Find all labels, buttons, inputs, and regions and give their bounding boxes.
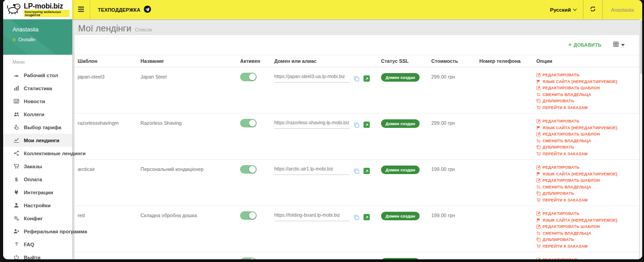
option-duplicate-link[interactable]: ДУБЛИРОВАТЬ (536, 237, 639, 242)
landings-icon (13, 137, 20, 143)
tariff-icon (13, 124, 20, 130)
sidebar-item-colleagues[interactable]: Коллеги (3, 108, 72, 121)
sidebar-item-share[interactable]: Коллективные лендинги (3, 147, 72, 160)
active-toggle[interactable] (240, 258, 257, 259)
option-flag-link[interactable]: ЯЗЫК САЙТА (НЕРЕДАКТИРУЕМОЕ) (536, 126, 639, 130)
option-cart-link[interactable]: ПЕРЕЙТИ К ЗАКАЗАМ (536, 105, 639, 110)
option-edit-link[interactable]: РЕДАКТИРОВАТЬ ШАБЛОН (536, 132, 639, 136)
option-edit-link[interactable]: РЕДАКТИРОВАТЬ (536, 119, 639, 123)
option-label: РЕДАКТИРОВАТЬ ШАБЛОН (543, 132, 600, 136)
edit-icon (536, 258, 541, 259)
topbar-username[interactable]: Anastasiia (603, 0, 642, 19)
cart-icon (13, 163, 20, 169)
sidebar-item-dashboard[interactable]: Рабочий стол (3, 69, 72, 82)
share-icon (13, 150, 20, 156)
sidebar-item-plug[interactable]: Интеграции (3, 186, 72, 199)
option-duplicate-link[interactable]: ДУБЛИРОВАТЬ (536, 99, 639, 103)
user-status: Онлайн (18, 37, 35, 42)
copy-icon[interactable] (354, 214, 359, 222)
options-cell: РЕДАКТИРОВАТЬЯЗЫК САЙТА (НЕРЕДАКТИРУЕМОЕ… (533, 160, 639, 202)
add-button[interactable]: + ДОБАВИТЬ (568, 42, 601, 48)
external-link-icon[interactable] (364, 168, 370, 174)
option-transfer-link[interactable]: СМЕНИТЬ ВЛАДЕЛЬЦА (536, 92, 639, 97)
sidebar-item-dollar[interactable]: $Оплата (3, 173, 72, 186)
copy-icon[interactable] (354, 168, 359, 176)
domain-input[interactable] (274, 71, 350, 83)
sidebar-item-gears[interactable]: Конфиг (3, 212, 72, 225)
option-cart-link[interactable]: ПЕРЕЙТИ К ЗАКАЗАМ (536, 198, 639, 202)
sidebar-item-user-plus[interactable]: Реферальная программа (3, 225, 72, 238)
template-cell: japan-steel3 (74, 67, 137, 79)
option-edit-link[interactable]: РЕДАКТИРОВАТЬ (536, 211, 639, 216)
add-button-label: ДОБАВИТЬ (574, 42, 601, 48)
edit-icon (536, 132, 541, 136)
domain-input[interactable] (274, 256, 350, 259)
option-edit-link[interactable]: РЕДАКТИРОВАТЬ ШАБЛОН (536, 178, 639, 183)
scrollbar[interactable] (640, 19, 642, 259)
page-subtitle: Список (135, 27, 152, 32)
external-link-icon[interactable] (364, 214, 370, 220)
sidebar-item-power[interactable]: Выйти (3, 251, 72, 259)
refresh-button[interactable] (583, 0, 603, 19)
landing-list-card: + ДОБАВИТЬ ШаблонНазваниеАктивенДомен ил… (74, 35, 639, 259)
view-options-button[interactable] (613, 41, 625, 49)
language-selector[interactable]: Русский (543, 0, 583, 19)
column-header: Название (137, 55, 237, 67)
hamburger-button[interactable] (72, 0, 90, 19)
active-toggle[interactable] (240, 211, 257, 220)
sidebar-item-tariff[interactable]: Выбор тарифа (3, 121, 72, 134)
sidebar-item-user[interactable]: Настройки (3, 199, 72, 212)
option-transfer-link[interactable]: СМЕНИТЬ ВЛАДЕЛЬЦА (536, 185, 639, 189)
language-label: Русский (550, 7, 571, 13)
option-transfer-link[interactable]: СМЕНИТЬ ВЛАДЕЛЬЦА (536, 139, 639, 143)
support-button[interactable]: ТЕХПОДДЕРЖКА (90, 0, 159, 19)
logo[interactable]: LP-mobi.biz Конструктор мобильных лендин… (3, 0, 72, 19)
svg-text:$: $ (15, 177, 18, 182)
ssl-status-badge: Домен создан (381, 166, 420, 174)
external-link-icon[interactable] (364, 122, 370, 128)
user-name: Anastasiia (13, 26, 72, 33)
price-cell: 499.00 грн (428, 252, 476, 259)
sidebar-item-stats[interactable]: Статистика (3, 82, 72, 95)
sidebar: LP-mobi.biz Конструктор мобильных лендин… (3, 0, 72, 259)
news-icon (13, 98, 20, 104)
scrollbar-thumb[interactable] (640, 20, 642, 74)
option-edit-link[interactable]: РЕДАКТИРОВАТЬ ШАБЛОН (536, 224, 639, 229)
copy-icon[interactable] (354, 122, 359, 130)
column-header: Номер телефона (476, 55, 533, 67)
option-duplicate-link[interactable]: ДУБЛИРОВАТЬ (536, 191, 639, 196)
sidebar-item-label: Заказы (24, 164, 42, 169)
active-toggle[interactable] (240, 119, 257, 127)
option-duplicate-link[interactable]: ДУБЛИРОВАТЬ (536, 145, 639, 149)
active-toggle[interactable] (240, 73, 257, 81)
option-label: РЕДАКТИРОВАТЬ ШАБЛОН (543, 178, 600, 183)
copy-icon[interactable] (354, 75, 359, 83)
option-flag-link[interactable]: ЯЗЫК САЙТА (НЕРЕДАКТИРУЕМОЕ) (536, 172, 639, 176)
transfer-icon (536, 92, 541, 97)
option-edit-link[interactable]: РЕДАКТИРОВАТЬ ШАБЛОН (536, 86, 639, 90)
active-toggle[interactable] (240, 165, 257, 174)
option-cart-link[interactable]: ПЕРЕЙТИ К ЗАКАЗАМ (536, 152, 639, 156)
option-edit-link[interactable]: РЕДАКТИРОВАТЬ (536, 165, 639, 170)
table-row: arcticair Персональний кондиціонер Домен… (74, 160, 639, 206)
domain-input[interactable] (274, 164, 350, 175)
option-label: РЕДАКТИРОВАТЬ (543, 211, 579, 216)
option-flag-link[interactable]: ЯЗЫК САЙТА (НЕРЕДАКТИРУЕМОЕ) (536, 218, 639, 223)
sidebar-item-question[interactable]: ?FAQ (3, 238, 72, 251)
option-transfer-link[interactable]: СМЕНИТЬ ВЛАДЕЛЬЦА (536, 231, 639, 236)
template-cell: red (74, 206, 137, 218)
sidebar-item-news[interactable]: Новости (3, 95, 72, 108)
option-edit-link[interactable]: РЕДАКТИРОВАТЬ (536, 258, 639, 259)
option-edit-link[interactable]: РЕДАКТИРОВАТЬ (536, 73, 639, 77)
edit-icon (536, 224, 541, 229)
external-link-icon[interactable] (364, 75, 370, 82)
option-flag-link[interactable]: ЯЗЫК САЙТА (НЕРЕДАКТИРУЕМОЕ) (536, 79, 639, 84)
sidebar-item-cart[interactable]: Заказы (3, 160, 72, 173)
option-label: СМЕНИТЬ ВЛАДЕЛЬЦА (543, 139, 591, 143)
sidebar-item-label: Мои лендинги (24, 138, 59, 143)
domain-input[interactable] (274, 210, 350, 221)
page-title: Мої лендінги (78, 23, 131, 34)
sidebar-item-landings[interactable]: Мои лендинги (3, 134, 72, 147)
domain-input[interactable] (274, 118, 350, 129)
option-cart-link[interactable]: ПЕРЕЙТИ К ЗАКАЗАМ (536, 244, 639, 249)
